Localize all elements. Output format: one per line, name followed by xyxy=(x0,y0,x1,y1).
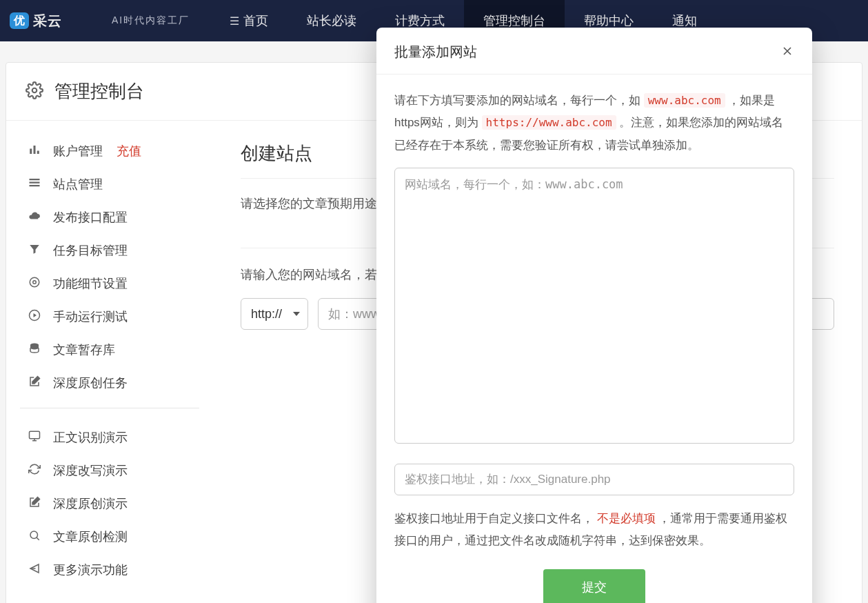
modal-body: 请在下方填写要添加的网站域名，每行一个，如 www.abc.com ，如果是ht… xyxy=(376,75,812,603)
help-text: 鉴权接口地址用于自定义接口文件名， xyxy=(394,512,594,525)
modal-header: 批量添加网站 xyxy=(376,28,812,75)
submit-button[interactable]: 提交 xyxy=(543,569,645,603)
batch-add-modal: 批量添加网站 请在下方填写要添加的网站域名，每行一个，如 www.abc.com… xyxy=(376,28,812,603)
optional-badge: 不是必填项 xyxy=(597,512,656,525)
code-sample: https://www.abc.com xyxy=(482,115,616,130)
code-sample: www.abc.com xyxy=(644,93,725,108)
domain-textarea[interactable] xyxy=(394,168,794,444)
modal-title: 批量添加网站 xyxy=(394,43,477,61)
close-button[interactable] xyxy=(780,44,794,61)
intro-text: 请在下方填写要添加的网站域名，每行一个，如 xyxy=(394,94,644,107)
modal-intro: 请在下方填写要添加的网站域名，每行一个，如 www.abc.com ，如果是ht… xyxy=(394,90,794,157)
auth-url-input[interactable] xyxy=(394,464,794,495)
close-icon xyxy=(780,44,794,58)
auth-help-text: 鉴权接口地址用于自定义接口文件名， 不是必填项 ，通常用于需要通用鉴权接口的用户… xyxy=(394,508,794,553)
